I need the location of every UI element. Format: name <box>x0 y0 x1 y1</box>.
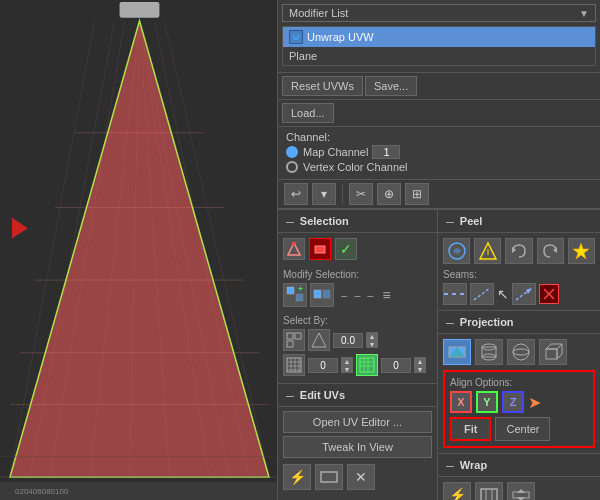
wrap-lightning-btn[interactable]: ⚡ <box>443 482 471 500</box>
wrap-unwrap-btn[interactable] <box>507 482 535 500</box>
select-by-input1[interactable] <box>333 333 363 348</box>
wrap-collapse[interactable]: – <box>446 457 454 473</box>
modify-add-btn[interactable]: + <box>283 283 307 307</box>
z-axis-button[interactable]: Z <box>502 391 524 413</box>
edit-uvs-header: – Edit UVs <box>278 383 437 407</box>
tweak-in-view-button[interactable]: Tweak In View <box>283 436 432 458</box>
modify-selection: Modify Selection: + – – – ≡ <box>278 265 437 311</box>
vertex-color-radio[interactable] <box>286 161 298 173</box>
select-by-grid2[interactable] <box>356 354 378 376</box>
ruler-mark-100: 100 <box>55 487 68 496</box>
ruler-mark-40: 40 <box>28 487 37 496</box>
load-row: Load... <box>278 100 600 127</box>
select-by-btn1[interactable] <box>283 329 305 351</box>
map-channel-radio[interactable] <box>286 146 298 158</box>
spin-down1[interactable]: ▼ <box>366 340 378 348</box>
peel-tools-row <box>443 238 595 264</box>
fit-button[interactable]: Fit <box>450 417 491 441</box>
seam-tool2[interactable] <box>470 283 494 305</box>
proj-sphere-btn[interactable] <box>507 339 535 365</box>
svg-rect-34 <box>295 333 301 339</box>
peel-btn1[interactable] <box>443 238 470 264</box>
save-button[interactable]: Save... <box>365 76 417 96</box>
map-channel-input[interactable] <box>372 145 400 159</box>
wrap-section: ⚡ <box>438 477 600 500</box>
modifier-sub-item[interactable]: Plane <box>283 47 595 65</box>
spin-down3[interactable]: ▼ <box>414 365 426 373</box>
right-sub-panel: – Peel <box>438 209 600 500</box>
svg-rect-22 <box>120 2 160 18</box>
wrap-tools-row: ⚡ <box>443 482 595 500</box>
y-axis-button[interactable]: Y <box>476 391 498 413</box>
seams-row: ↖ <box>443 283 595 305</box>
peel-star-btn[interactable] <box>568 238 595 264</box>
axis-buttons-row: X Y Z ➤ <box>450 391 588 413</box>
seam-tool3[interactable] <box>512 283 536 305</box>
projection-collapse[interactable]: – <box>446 314 454 330</box>
selection-collapse-btn[interactable]: – <box>286 213 294 229</box>
svg-marker-76 <box>517 489 525 493</box>
load-button[interactable]: Load... <box>282 103 334 123</box>
center-button[interactable]: Center <box>495 417 550 441</box>
dashes-separator: – – – <box>341 289 375 301</box>
peel-collapse[interactable]: – <box>446 213 454 229</box>
check-icon: ✓ <box>340 241 352 257</box>
panels-area: – Selection ✓ Modify <box>278 209 600 500</box>
peel-undo-btn[interactable] <box>505 238 532 264</box>
spin-up1[interactable]: ▲ <box>366 332 378 340</box>
tool-select-btn[interactable]: ▾ <box>312 183 336 205</box>
svg-rect-27 <box>315 246 325 253</box>
tool-grid-btn[interactable]: ⊞ <box>405 183 429 205</box>
proj-box-btn[interactable] <box>539 339 567 365</box>
spin-btns1: ▲ ▼ <box>366 332 378 348</box>
wrap-title: Wrap <box>460 459 487 471</box>
modifier-dropdown[interactable]: Modifier List ▼ <box>282 4 596 22</box>
fit-center-row: Fit Center <box>450 417 588 441</box>
peel-header: – Peel <box>438 209 600 233</box>
selection-section-header: – Selection <box>278 209 437 233</box>
open-uv-editor-button[interactable]: Open UV Editor ... <box>283 411 432 433</box>
spin-up3[interactable]: ▲ <box>414 357 426 365</box>
select-vertex-btn[interactable] <box>283 238 305 260</box>
svg-marker-58 <box>526 288 532 294</box>
selection-icons-row: ✓ <box>278 233 437 265</box>
svg-marker-55 <box>573 243 589 259</box>
modifier-section: Modifier List ▼ U Unwrap UVW Plane <box>278 0 600 73</box>
tool-back-btn[interactable]: ↩ <box>284 183 308 205</box>
edit-x-btn[interactable]: ✕ <box>347 464 375 490</box>
tool-unwrap-btn[interactable]: ⊕ <box>377 183 401 205</box>
modify-label: Modify Selection: <box>283 269 432 280</box>
modify-remove-btn[interactable] <box>310 283 334 307</box>
select-by-input2[interactable] <box>308 358 338 373</box>
reset-uvws-button[interactable]: Reset UVWs <box>282 76 363 96</box>
proj-planar-btn[interactable] <box>443 339 471 365</box>
select-by-btn2[interactable] <box>308 329 330 351</box>
tool-cut-btn[interactable]: ✂ <box>349 183 373 205</box>
proj-shapes-row <box>443 339 595 365</box>
peel-btn2[interactable] <box>474 238 501 264</box>
seam-red-icon[interactable] <box>539 284 559 304</box>
select-edge-btn[interactable] <box>309 238 331 260</box>
spin-down2[interactable]: ▼ <box>341 365 353 373</box>
edit-box-btn[interactable] <box>315 464 343 490</box>
wrap-grid-btn[interactable] <box>475 482 503 500</box>
svg-rect-72 <box>481 489 497 500</box>
peel-redo-btn[interactable] <box>537 238 564 264</box>
spin-up2[interactable]: ▲ <box>341 357 353 365</box>
select-by-grid-btn[interactable] <box>283 354 305 376</box>
x-axis-button[interactable]: X <box>450 391 472 413</box>
modifier-item-label: Unwrap UVW <box>307 31 374 43</box>
seam-tool1[interactable] <box>443 283 467 305</box>
toolbar-row: ↩ ▾ ✂ ⊕ ⊞ <box>278 180 600 209</box>
svg-line-56 <box>474 288 490 300</box>
x-icon: ✕ <box>355 469 367 485</box>
select-by-input3[interactable] <box>381 358 411 373</box>
modifier-item-unwrap[interactable]: U Unwrap UVW <box>283 27 595 47</box>
seam-line <box>444 293 466 295</box>
edit-uvs-collapse[interactable]: – <box>286 387 294 403</box>
vertex-color-label: Vertex Color Channel <box>303 161 408 173</box>
edit-lightning-btn[interactable]: ⚡ <box>283 464 311 490</box>
select-check-btn[interactable]: ✓ <box>335 238 357 260</box>
projection-title: Projection <box>460 316 514 328</box>
proj-cylinder-btn[interactable] <box>475 339 503 365</box>
